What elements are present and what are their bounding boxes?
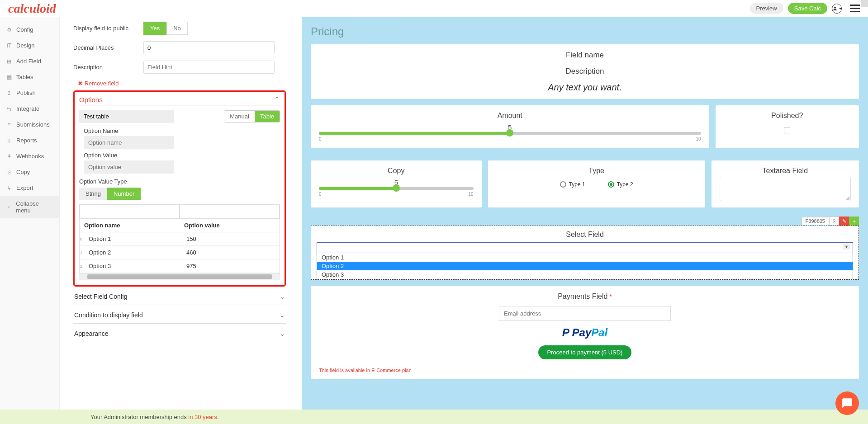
slider-min: 0 (319, 192, 322, 197)
display-no-button[interactable]: No (166, 22, 188, 35)
copy-card: Copy 5 010 (311, 160, 482, 207)
sidebar-item-design[interactable]: tTDesign (0, 38, 59, 53)
polished-checkbox[interactable] (784, 127, 790, 133)
sidebar-item-add-field[interactable]: ⊞Add Field (0, 53, 59, 69)
sidebar-item-label: Copy (16, 169, 30, 175)
sidebar-item-tables[interactable]: ▦Tables (0, 69, 59, 85)
sidebar-item-submissions[interactable]: ≡Submissions (0, 117, 59, 132)
sidebar-item-export[interactable]: ↳Export (0, 180, 59, 196)
description-label: Description (73, 64, 143, 71)
hamburger-menu-icon[interactable] (850, 5, 860, 12)
integrate-icon: ⇆ (6, 106, 12, 112)
sidebar-item-label: Design (16, 42, 34, 49)
option-name-input[interactable] (84, 136, 174, 149)
cell-name: Option 3 (84, 259, 182, 273)
type2-radio[interactable]: Type 2 (608, 180, 633, 188)
horizontal-scrollbar[interactable] (79, 273, 280, 280)
textarea-label: Textarea Field (720, 167, 851, 175)
paypal-logo-icon: P PayPal (319, 326, 851, 339)
decimal-places-input[interactable] (143, 41, 275, 54)
display-public-toggle: Yes No (143, 22, 188, 35)
sidebar-item-label: Webhooks (16, 153, 44, 160)
cell-value: 975 (182, 259, 280, 273)
webhook-icon: ⚘ (6, 153, 12, 160)
sidebar-item-label: Tables (16, 74, 33, 80)
gear-icon: ⚙ (6, 27, 12, 33)
chevron-up-icon[interactable]: ⌃ (274, 95, 280, 104)
submissions-icon: ≡ (6, 122, 12, 128)
slider-thumb[interactable] (393, 184, 400, 192)
chevron-down-icon: ⌄ (280, 330, 285, 337)
select-combobox[interactable] (317, 242, 853, 253)
ecommerce-plan-note: This field is available in E-Commerce pl… (319, 367, 851, 373)
option-value-input[interactable] (84, 160, 174, 174)
text-icon: tT (6, 42, 12, 49)
filter-value-input[interactable] (180, 205, 280, 219)
logo: calculoid (8, 1, 56, 16)
table-row[interactable]: 1Option 2460 (80, 246, 280, 259)
edit-field-button[interactable]: ✎ (839, 217, 849, 226)
table-name-input[interactable] (79, 110, 174, 123)
number-button[interactable]: Number (107, 188, 141, 200)
condition-section[interactable]: Condition to display field⌄ (73, 307, 286, 324)
appearance-section[interactable]: Appearance⌄ (73, 325, 286, 342)
dropdown-option[interactable]: Option 3 (317, 270, 853, 279)
slider-max: 10 (696, 137, 701, 141)
manual-button[interactable]: Manual (224, 111, 255, 122)
proceed-payment-button[interactable]: Proceed to payment (5 USD) (538, 345, 632, 359)
slider-min: 0 (319, 137, 322, 141)
any-text-display: Any text you want. (319, 82, 851, 93)
sidebar-item-webhooks[interactable]: ⚘Webhooks (0, 148, 59, 164)
cell-value: 150 (182, 232, 280, 245)
preview-button[interactable]: Preview (750, 3, 783, 14)
publish-icon: ↥ (6, 90, 12, 96)
options-panel: Options ⌃ Manual Table Option Name Optio… (73, 90, 286, 287)
sidebar-item-integrate[interactable]: ⇆Integrate (0, 101, 59, 117)
table-row[interactable]: 0Option 1150 (80, 232, 280, 246)
string-button[interactable]: String (79, 188, 107, 200)
copy-slider[interactable] (319, 187, 474, 190)
table-button[interactable]: Table (255, 111, 280, 122)
cell-name: Option 1 (84, 232, 182, 245)
save-calc-button[interactable]: Save Calc (788, 3, 827, 14)
clone-field-button[interactable]: ⎘ (829, 217, 839, 226)
value-type-toggle: String Number (79, 188, 280, 200)
filter-name-input[interactable] (80, 205, 180, 219)
sidebar-item-label: Config (16, 26, 33, 33)
decimal-places-label: Decimal Places (73, 44, 143, 51)
type-card: Type Type 1 Type 2 (488, 160, 705, 207)
select-field-config-section[interactable]: Select Field Config⌄ (73, 288, 286, 305)
svg-point-0 (834, 7, 836, 9)
slider-max: 10 (468, 192, 473, 197)
sidebar-item-copy[interactable]: ⎘Copy (0, 164, 59, 180)
sidebar-item-config[interactable]: ⚙Config (0, 22, 59, 38)
remove-field-link[interactable]: ✖ Remove field (78, 80, 286, 87)
table-row[interactable]: 2Option 3975 (80, 259, 280, 273)
field-description-text: Description (319, 67, 851, 76)
amount-slider[interactable] (319, 132, 701, 135)
user-menu-icon[interactable] (832, 4, 842, 14)
sidebar-item-publish[interactable]: ↥Publish (0, 85, 59, 101)
type1-radio[interactable]: Type 1 (560, 180, 585, 188)
rating-stars-icon[interactable]: ☆ ☆ ☆ ☆ ☆ (348, 28, 390, 35)
slider-thumb[interactable] (506, 129, 513, 137)
chat-bubble-button[interactable] (835, 391, 859, 415)
sidebar-item-label: Submissions (16, 121, 50, 128)
collapse-menu-button[interactable]: ‹Collapse menu (0, 196, 59, 218)
display-yes-button[interactable]: Yes (143, 22, 166, 35)
chevron-down-icon: ⌄ (280, 293, 285, 300)
manual-table-toggle: Manual Table (224, 110, 280, 122)
chevron-left-icon: ‹ (6, 204, 11, 210)
sidebar-item-label: Collapse menu (16, 200, 53, 214)
select-dropdown: Option 1 Option 2 Option 3 (317, 253, 853, 279)
amount-card: Amount 5 010 (311, 105, 709, 148)
field-name-text: Field name (319, 51, 851, 60)
add-field-button[interactable]: ＋ (849, 217, 859, 226)
description-input[interactable] (143, 61, 275, 74)
dropdown-option[interactable]: Option 1 (317, 253, 853, 262)
sidebar-item-reports[interactable]: ⫼Reports (0, 132, 59, 148)
textarea-input[interactable] (720, 177, 851, 201)
email-input[interactable] (499, 306, 671, 321)
dropdown-option[interactable]: Option 2 (317, 262, 853, 270)
remove-field-text: Remove field (85, 80, 119, 87)
